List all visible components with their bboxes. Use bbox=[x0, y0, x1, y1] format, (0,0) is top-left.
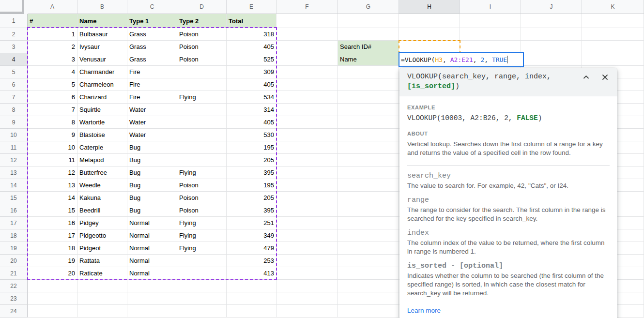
cell-D22[interactable] bbox=[177, 280, 227, 292]
cell-G4[interactable]: Name bbox=[338, 53, 399, 66]
cell-C16[interactable]: Bug bbox=[127, 204, 177, 217]
cell-G5[interactable] bbox=[338, 66, 399, 78]
learn-more-link[interactable]: Learn more bbox=[407, 306, 441, 315]
cell-B13[interactable]: Butterfree bbox=[77, 167, 127, 179]
cell-G14[interactable] bbox=[338, 179, 399, 192]
cell-F23[interactable] bbox=[276, 292, 338, 305]
cell-E11[interactable]: 195 bbox=[227, 141, 276, 154]
cell-D10[interactable] bbox=[177, 129, 227, 141]
cell-F24[interactable] bbox=[276, 305, 338, 318]
column-header-I[interactable]: I bbox=[460, 0, 521, 14]
cell-B21[interactable]: Raticate bbox=[77, 267, 127, 280]
close-icon[interactable] bbox=[601, 74, 609, 81]
cell-A16[interactable]: 15 bbox=[28, 204, 77, 217]
cell-D12[interactable] bbox=[177, 154, 227, 167]
cell-C17[interactable]: Normal bbox=[127, 217, 177, 229]
cell-A12[interactable]: 11 bbox=[28, 154, 77, 167]
cell-C4[interactable]: Grass bbox=[127, 53, 177, 66]
cell-D18[interactable]: Flying bbox=[177, 229, 227, 242]
cell-H1[interactable] bbox=[399, 14, 460, 28]
cell-G20[interactable] bbox=[338, 255, 399, 267]
cell-F15[interactable] bbox=[276, 192, 338, 204]
cell-G1[interactable] bbox=[338, 14, 399, 28]
cell-D17[interactable]: Flying bbox=[177, 217, 227, 229]
row-header-15[interactable]: 15 bbox=[0, 192, 28, 204]
cell-D19[interactable]: Flying bbox=[177, 242, 227, 255]
cell-C2[interactable]: Grass bbox=[127, 28, 177, 41]
cell-D4[interactable]: Poison bbox=[177, 53, 227, 66]
cell-E9[interactable]: 405 bbox=[227, 116, 276, 129]
cell-K4[interactable] bbox=[582, 53, 644, 66]
cell-E18[interactable]: 349 bbox=[227, 229, 276, 242]
row-header-2[interactable]: 2 bbox=[0, 28, 28, 41]
cell-A2[interactable]: 1 bbox=[28, 28, 77, 41]
cell-G22[interactable] bbox=[338, 280, 399, 292]
cell-C10[interactable]: Water bbox=[127, 129, 177, 141]
row-header-22[interactable]: 22 bbox=[0, 280, 28, 292]
row-header-14[interactable]: 14 bbox=[0, 179, 28, 192]
row-header-8[interactable]: 8 bbox=[0, 104, 28, 116]
cell-B14[interactable]: Weedle bbox=[77, 179, 127, 192]
cell-G6[interactable] bbox=[338, 78, 399, 91]
cell-B19[interactable]: Pidgeot bbox=[77, 242, 127, 255]
cell-I2[interactable] bbox=[460, 28, 521, 41]
cell-F20[interactable] bbox=[276, 255, 338, 267]
row-header-21[interactable]: 21 bbox=[0, 267, 28, 280]
cell-C21[interactable]: Normal bbox=[127, 267, 177, 280]
cell-B8[interactable]: Squirtle bbox=[77, 104, 127, 116]
cell-A10[interactable]: 9 bbox=[28, 129, 77, 141]
cell-D24[interactable] bbox=[177, 305, 227, 318]
cell-J2[interactable] bbox=[521, 28, 582, 41]
row-header-19[interactable]: 19 bbox=[0, 242, 28, 255]
cell-D16[interactable]: Poison bbox=[177, 204, 227, 217]
column-header-K[interactable]: K bbox=[582, 0, 644, 14]
cell-F12[interactable] bbox=[276, 154, 338, 167]
cell-K2[interactable] bbox=[582, 28, 644, 41]
cell-D13[interactable]: Flying bbox=[177, 167, 227, 179]
cell-G21[interactable] bbox=[338, 267, 399, 280]
cell-G17[interactable] bbox=[338, 217, 399, 229]
row-header-20[interactable]: 20 bbox=[0, 255, 28, 267]
cell-C22[interactable] bbox=[127, 280, 177, 292]
cell-B18[interactable]: Pidgeotto bbox=[77, 229, 127, 242]
row-header-7[interactable]: 7 bbox=[0, 91, 28, 104]
row-header-11[interactable]: 11 bbox=[0, 141, 28, 154]
cell-G12[interactable] bbox=[338, 154, 399, 167]
cell-A9[interactable]: 8 bbox=[28, 116, 77, 129]
cell-E8[interactable]: 314 bbox=[227, 104, 276, 116]
cell-F3[interactable] bbox=[276, 41, 338, 53]
cell-E1[interactable]: Total bbox=[227, 14, 276, 28]
cell-E6[interactable]: 405 bbox=[227, 78, 276, 91]
cell-F10[interactable] bbox=[276, 129, 338, 141]
cell-G2[interactable] bbox=[338, 28, 399, 41]
cell-G18[interactable] bbox=[338, 229, 399, 242]
cell-G3[interactable]: Search ID# bbox=[338, 41, 399, 53]
cell-D20[interactable] bbox=[177, 255, 227, 267]
cell-D6[interactable] bbox=[177, 78, 227, 91]
cell-B2[interactable]: Bulbasaur bbox=[77, 28, 127, 41]
cell-C19[interactable]: Normal bbox=[127, 242, 177, 255]
cell-B15[interactable]: Kakuna bbox=[77, 192, 127, 204]
cell-F14[interactable] bbox=[276, 179, 338, 192]
cell-G11[interactable] bbox=[338, 141, 399, 154]
cell-C8[interactable]: Water bbox=[127, 104, 177, 116]
cell-A23[interactable] bbox=[28, 292, 77, 305]
cell-D21[interactable] bbox=[177, 267, 227, 280]
cell-E21[interactable]: 413 bbox=[227, 267, 276, 280]
cell-C18[interactable]: Normal bbox=[127, 229, 177, 242]
cell-B22[interactable] bbox=[77, 280, 127, 292]
cell-D8[interactable] bbox=[177, 104, 227, 116]
cell-E20[interactable]: 253 bbox=[227, 255, 276, 267]
cell-E24[interactable] bbox=[227, 305, 276, 318]
cell-F5[interactable] bbox=[276, 66, 338, 78]
row-header-5[interactable]: 5 bbox=[0, 66, 28, 78]
cell-J4[interactable] bbox=[521, 53, 582, 66]
cell-F6[interactable] bbox=[276, 78, 338, 91]
cell-C9[interactable]: Water bbox=[127, 116, 177, 129]
column-header-E[interactable]: E bbox=[227, 0, 276, 14]
cell-D11[interactable] bbox=[177, 141, 227, 154]
cell-C20[interactable]: Normal bbox=[127, 255, 177, 267]
cell-B12[interactable]: Metapod bbox=[77, 154, 127, 167]
cell-E17[interactable]: 251 bbox=[227, 217, 276, 229]
cell-C14[interactable]: Bug bbox=[127, 179, 177, 192]
